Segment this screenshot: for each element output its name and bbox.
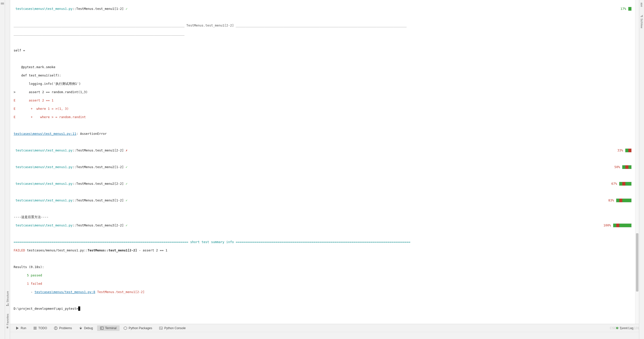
failed-test-link[interactable]: testcases\menus/test_menus1.py:8 xyxy=(35,290,95,294)
sidebar-database[interactable]: ase xyxy=(640,3,643,7)
tab-debug[interactable]: Debug xyxy=(76,325,96,331)
tab-python-packages[interactable]: Python Packages xyxy=(121,325,155,331)
svg-marker-16 xyxy=(124,327,127,330)
debug-icon xyxy=(79,326,82,330)
console-icon: Py xyxy=(159,326,163,330)
tab-todo[interactable]: TODO xyxy=(30,325,50,331)
scrollbar[interactable] xyxy=(635,0,639,324)
sciview-icon xyxy=(640,15,643,17)
sidebar-label: Favorites xyxy=(6,314,9,325)
sidebar-structure[interactable]: Structure xyxy=(6,291,9,306)
sidebar-label: ase xyxy=(640,3,643,7)
tab-label: Run xyxy=(21,326,26,330)
svg-line-14 xyxy=(81,328,82,328)
svg-line-13 xyxy=(79,328,80,328)
svg-rect-2 xyxy=(8,304,9,305)
svg-rect-5 xyxy=(34,327,37,327)
sidebar-sciview[interactable]: SciView xyxy=(640,15,643,28)
status-bar: CSDN @weixin_131 xyxy=(10,332,639,339)
tab-label: Terminal xyxy=(105,326,117,330)
scrollbar-thumb[interactable] xyxy=(636,233,638,292)
tab-event-log[interactable]: Event Log xyxy=(613,325,636,331)
tab-label: TODO xyxy=(38,326,47,330)
right-tool-sidebar: ase SciView xyxy=(639,0,644,339)
svg-text:Py: Py xyxy=(160,327,162,329)
svg-rect-6 xyxy=(34,328,37,328)
tool-gutter xyxy=(0,0,5,339)
sidebar-favorites[interactable]: Favorites xyxy=(6,314,9,329)
todo-icon xyxy=(33,326,37,330)
structure-icon xyxy=(6,303,9,306)
bottom-tool-tabs: Run TODO Problems Debug Terminal Python … xyxy=(10,324,639,332)
error-location-link[interactable]: testcases\menus\test_menus1.py:11 xyxy=(14,132,76,136)
tab-python-console[interactable]: Py Python Console xyxy=(156,325,189,331)
svg-rect-7 xyxy=(34,329,37,329)
svg-rect-20 xyxy=(641,16,642,17)
star-icon xyxy=(6,326,9,329)
svg-rect-21 xyxy=(642,15,643,17)
drag-handle-icon[interactable] xyxy=(1,3,4,5)
package-icon xyxy=(124,326,127,330)
tab-label: Debug xyxy=(84,326,93,330)
tab-label: Python Packages xyxy=(129,326,152,330)
sidebar-label: SciView xyxy=(640,18,643,28)
tab-run[interactable]: Run xyxy=(13,325,29,331)
sidebar-label: Structure xyxy=(6,291,9,302)
cursor xyxy=(78,306,80,311)
terminal-icon xyxy=(100,326,104,330)
run-icon xyxy=(16,326,19,330)
tab-problems[interactable]: Problems xyxy=(51,325,75,331)
svg-rect-9 xyxy=(55,327,56,328)
tab-label: Python Console xyxy=(164,326,186,330)
svg-marker-3 xyxy=(6,326,9,329)
tab-label: Event Log xyxy=(620,326,633,330)
svg-rect-10 xyxy=(55,329,56,329)
svg-rect-0 xyxy=(8,305,9,306)
left-tool-sidebar: Structure Favorites xyxy=(5,0,10,339)
svg-rect-1 xyxy=(6,305,7,306)
svg-point-11 xyxy=(80,327,81,329)
tab-terminal[interactable]: Terminal xyxy=(97,325,120,331)
terminal-output[interactable]: testcases\menus\test_menus1.py::TestMenu… xyxy=(10,0,635,324)
svg-rect-19 xyxy=(641,16,641,17)
problems-icon xyxy=(54,326,58,330)
svg-marker-4 xyxy=(16,327,19,330)
tab-label: Problems xyxy=(59,326,72,330)
status-dot-icon xyxy=(616,327,618,329)
